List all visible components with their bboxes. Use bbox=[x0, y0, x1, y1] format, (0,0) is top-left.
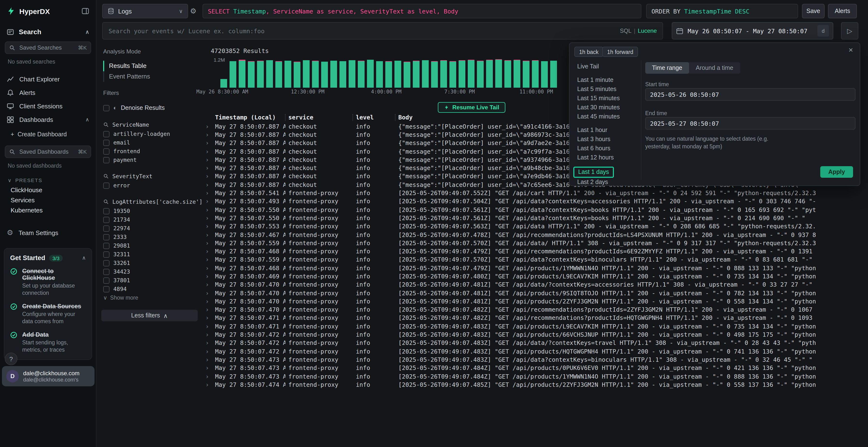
expand-chevron-icon[interactable]: › bbox=[205, 298, 212, 305]
sidebar-item-dashboards[interactable]: Dashboards ∧ bbox=[0, 113, 96, 126]
time-range-last-12-hours[interactable]: Last 12 hours bbox=[574, 153, 618, 162]
expand-chevron-icon[interactable]: › bbox=[205, 306, 212, 313]
log-row[interactable]: ›May 27 8:50:07.541 AMfrontend-proxyinfo… bbox=[205, 189, 868, 198]
log-row[interactable]: ›May 27 8:50:07.473 AMfrontend-proxyinfo… bbox=[205, 372, 868, 381]
filter-value-payment[interactable]: payment bbox=[100, 156, 203, 164]
sidebar-collapse-icon[interactable] bbox=[82, 7, 89, 15]
mode-event-patterns[interactable]: Event Patterns bbox=[104, 71, 203, 82]
time-range-last-6-hours[interactable]: Last 6 hours bbox=[574, 144, 614, 153]
expand-chevron-icon[interactable]: › bbox=[205, 215, 212, 221]
search-bar[interactable]: SQL|Lucene bbox=[102, 22, 663, 39]
histogram-bar[interactable] bbox=[330, 61, 337, 88]
checkbox[interactable] bbox=[103, 251, 110, 257]
histogram-bar[interactable] bbox=[275, 61, 282, 88]
presets-toggle[interactable]: ∨ PRESETS bbox=[8, 177, 96, 183]
alerts-button[interactable]: Alerts bbox=[828, 4, 857, 18]
checkbox[interactable] bbox=[103, 157, 110, 163]
histogram-bar[interactable] bbox=[413, 61, 420, 88]
expand-chevron-icon[interactable]: › bbox=[205, 315, 212, 321]
filter-value-37801[interactable]: 37801 bbox=[100, 276, 203, 285]
date-range-value[interactable]: May 26 08:50:07 - May 27 08:50:07 bbox=[688, 27, 813, 34]
histogram-bar[interactable] bbox=[395, 61, 401, 88]
log-row[interactable]: ›May 27 8:50:07.550 AMfrontend-proxyinfo… bbox=[205, 206, 868, 214]
log-row[interactable]: ›May 27 8:50:07.470 AMfrontend-proxyinfo… bbox=[205, 289, 868, 298]
histogram-bar[interactable] bbox=[450, 61, 456, 88]
histogram-bar[interactable] bbox=[220, 79, 227, 88]
log-row[interactable]: ›May 27 8:50:07.550 AMfrontend-proxyinfo… bbox=[205, 214, 868, 222]
expand-chevron-icon[interactable]: › bbox=[205, 173, 212, 180]
denoise-results-toggle[interactable]: ◐ Denoise Results bbox=[103, 103, 203, 113]
log-row[interactable]: ›May 27 8:50:07.474 AMfrontend-proxyinfo… bbox=[205, 381, 868, 389]
filter-value-19350[interactable]: 19350 bbox=[100, 207, 203, 215]
histogram-bar[interactable] bbox=[477, 61, 484, 88]
histogram-bar[interactable] bbox=[541, 61, 548, 88]
log-row[interactable]: ›May 27 8:50:07.493 AMfrontend-proxyinfo… bbox=[205, 197, 868, 206]
expand-chevron-icon[interactable]: › bbox=[205, 132, 212, 138]
checkbox[interactable] bbox=[103, 225, 110, 232]
col-level[interactable]: level bbox=[353, 114, 396, 121]
date-range-picker[interactable]: May 26 08:50:07 - May 27 08:50:07 d bbox=[672, 22, 833, 39]
histogram-bar[interactable] bbox=[266, 60, 273, 88]
col-timestamp[interactable]: Timestamp (Local) bbox=[212, 114, 285, 121]
histogram-bar[interactable] bbox=[257, 61, 264, 88]
sidebar-item-team-settings[interactable]: ⚙ Team Settings bbox=[0, 226, 96, 239]
log-row[interactable]: ›May 27 8:50:07.468 AMfrontend-proxyinfo… bbox=[205, 247, 868, 256]
get-started-step-add-data[interactable]: Add DataStart sending logs, metrics, or … bbox=[10, 332, 86, 353]
log-row[interactable]: ›May 27 8:50:07.473 AMfrontend-proxyinfo… bbox=[205, 364, 868, 372]
log-row[interactable]: ›May 27 8:50:07.559 AMfrontend-proxyinfo… bbox=[205, 239, 868, 247]
expand-chevron-icon[interactable]: › bbox=[205, 356, 212, 363]
expand-chevron-icon[interactable]: › bbox=[205, 373, 212, 380]
create-dashboard-button[interactable]: + Create Dashboard bbox=[0, 129, 96, 140]
histogram-bar[interactable] bbox=[229, 61, 236, 88]
time-range-last-2-days[interactable]: Last 2 days bbox=[574, 178, 612, 187]
lang-sql[interactable]: SQL bbox=[620, 28, 631, 34]
log-row[interactable]: ›May 27 8:50:07.472 AMfrontend-proxyinfo… bbox=[205, 347, 868, 356]
checkbox[interactable] bbox=[103, 139, 110, 146]
histogram-bar[interactable] bbox=[514, 60, 520, 88]
filter-value-21734[interactable]: 21734 bbox=[100, 215, 203, 224]
time-range-live-tail[interactable]: Live Tail bbox=[574, 62, 603, 71]
log-row[interactable]: ›May 27 8:50:07.559 AMfrontend-proxyinfo… bbox=[205, 256, 868, 264]
histogram-bar[interactable] bbox=[459, 61, 465, 88]
source-settings-gear-icon[interactable]: ⚙ bbox=[190, 7, 196, 15]
histogram-bar[interactable] bbox=[321, 61, 328, 88]
expand-chevron-icon[interactable]: › bbox=[205, 223, 212, 230]
sidebar-item-alerts[interactable]: Alerts bbox=[0, 86, 96, 99]
histogram-bar[interactable] bbox=[385, 61, 392, 88]
time-range-last-30-minutes[interactable]: Last 30 minutes bbox=[574, 103, 624, 112]
expand-chevron-icon[interactable]: › bbox=[205, 265, 212, 271]
log-row[interactable]: ›May 27 8:50:07.471 AMfrontend-proxyinfo… bbox=[205, 322, 868, 331]
expand-chevron-icon[interactable]: › bbox=[205, 190, 212, 197]
search-input[interactable] bbox=[108, 27, 616, 34]
expand-chevron-icon[interactable]: › bbox=[205, 123, 212, 130]
expand-chevron-icon[interactable]: › bbox=[205, 340, 212, 347]
less-filters-button[interactable]: Less filters ∧ bbox=[101, 310, 198, 321]
start-time-input[interactable] bbox=[645, 88, 856, 101]
histogram-bar[interactable] bbox=[239, 60, 245, 88]
mode-results-table[interactable]: Results Table bbox=[103, 61, 203, 71]
filter-value-4894[interactable]: 4894 bbox=[100, 285, 203, 294]
expand-chevron-icon[interactable]: › bbox=[205, 332, 212, 338]
apply-button[interactable]: Apply bbox=[820, 166, 853, 178]
expand-chevron-icon[interactable]: › bbox=[205, 273, 212, 280]
checkbox[interactable] bbox=[103, 243, 110, 249]
log-row[interactable]: ›May 27 8:50:07.553 AMfrontend-proxyinfo… bbox=[205, 222, 868, 231]
histogram-bar[interactable] bbox=[422, 60, 429, 88]
checkbox[interactable] bbox=[103, 260, 110, 266]
show-more-button[interactable]: ∨Show more bbox=[100, 294, 203, 302]
expand-chevron-icon[interactable]: › bbox=[205, 198, 212, 205]
save-button[interactable]: Save bbox=[802, 4, 825, 18]
filter-value-29081[interactable]: 29081 bbox=[100, 241, 203, 250]
time-range-last-3-hours[interactable]: Last 3 hours bbox=[574, 135, 614, 144]
histogram-bar[interactable] bbox=[340, 61, 346, 88]
filter-value-artillery-loadgen[interactable]: artillery-loadgen bbox=[100, 130, 203, 138]
histogram-bar[interactable] bbox=[294, 62, 301, 88]
checkbox[interactable] bbox=[103, 216, 110, 223]
filter-value-22974[interactable]: 22974 bbox=[100, 224, 203, 233]
expand-chevron-icon[interactable]: › bbox=[205, 148, 212, 155]
checkbox[interactable] bbox=[103, 269, 110, 275]
filter-value-33261[interactable]: 33261 bbox=[100, 259, 203, 267]
histogram-bar[interactable] bbox=[468, 60, 474, 88]
log-row[interactable]: ›May 27 8:50:07.470 AMfrontend-proxyinfo… bbox=[205, 297, 868, 306]
filter-value-2333[interactable]: 2333 bbox=[100, 233, 203, 241]
